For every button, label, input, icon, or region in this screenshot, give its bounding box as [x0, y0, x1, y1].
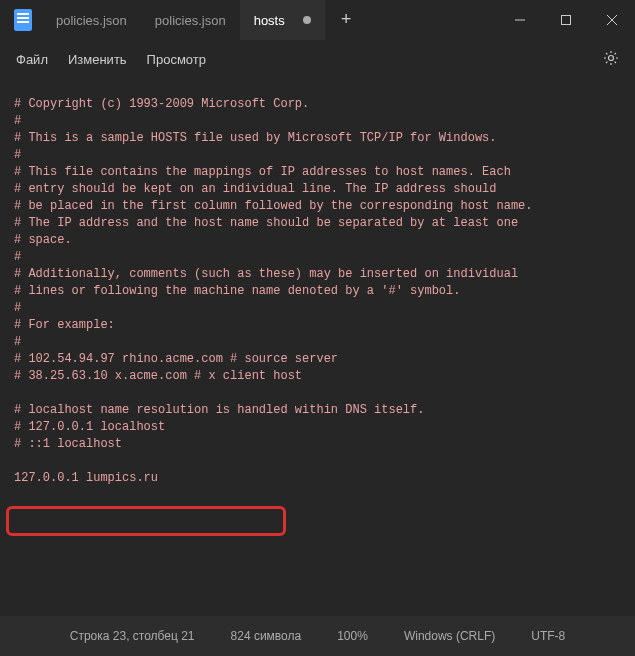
tab-label: hosts: [254, 13, 285, 28]
menu-file[interactable]: Файл: [16, 52, 48, 67]
editor-line: # 127.0.0.1 localhost: [14, 419, 621, 436]
menu-bar: Файл Изменить Просмотр: [0, 40, 635, 78]
close-icon: [607, 15, 617, 25]
minimize-icon: [515, 15, 525, 25]
title-bar: policies.json policies.json hosts +: [0, 0, 635, 40]
window-controls: [497, 0, 635, 40]
editor-line: # Additionally, comments (such as these)…: [14, 266, 621, 283]
modified-indicator-icon: [303, 16, 311, 24]
editor-line: # space.: [14, 232, 621, 249]
status-cursor-pos[interactable]: Строка 23, столбец 21: [66, 629, 199, 643]
app-notepad-icon: [14, 9, 32, 31]
editor-line: # The IP address and the host name shoul…: [14, 215, 621, 232]
editor-line: 127.0.0.1 lumpics.ru: [14, 470, 621, 487]
editor-line: # entry should be kept on an individual …: [14, 181, 621, 198]
editor-line: # 102.54.94.97 rhino.acme.com # source s…: [14, 351, 621, 368]
editor-line: # 38.25.63.10 x.acme.com # x client host: [14, 368, 621, 385]
editor-line: # For example:: [14, 317, 621, 334]
status-bar: Строка 23, столбец 21 824 символа 100% W…: [0, 616, 635, 656]
tab-strip: policies.json policies.json hosts +: [42, 0, 497, 40]
editor-line: [14, 453, 621, 470]
svg-point-4: [609, 55, 614, 60]
editor-line: # localhost name resolution is handled w…: [14, 402, 621, 419]
settings-button[interactable]: [603, 50, 619, 69]
tab-policies-json-2[interactable]: policies.json: [141, 0, 240, 40]
new-tab-button[interactable]: +: [325, 0, 368, 40]
editor-area[interactable]: # Copyright (c) 1993-2009 Microsoft Corp…: [0, 78, 635, 616]
editor-line: # This file contains the mappings of IP …: [14, 164, 621, 181]
editor-line: #: [14, 249, 621, 266]
gear-icon: [603, 50, 619, 66]
status-zoom[interactable]: 100%: [333, 629, 372, 643]
annotation-highlight: [6, 506, 286, 536]
tab-hosts[interactable]: hosts: [240, 0, 325, 40]
svg-rect-1: [562, 16, 571, 25]
editor-line: #: [14, 334, 621, 351]
close-button[interactable]: [589, 0, 635, 40]
menu-view[interactable]: Просмотр: [147, 52, 206, 67]
status-encoding[interactable]: UTF-8: [527, 629, 569, 643]
editor-line: # lines or following the machine name de…: [14, 283, 621, 300]
editor-line: # This is a sample HOSTS file used by Mi…: [14, 130, 621, 147]
editor-line: # Copyright (c) 1993-2009 Microsoft Corp…: [14, 96, 621, 113]
maximize-icon: [561, 15, 571, 25]
editor-line: # be placed in the first column followed…: [14, 198, 621, 215]
editor-line: #: [14, 147, 621, 164]
editor-line: [14, 385, 621, 402]
editor-line: # ::1 localhost: [14, 436, 621, 453]
menu-edit[interactable]: Изменить: [68, 52, 127, 67]
maximize-button[interactable]: [543, 0, 589, 40]
editor-line: #: [14, 300, 621, 317]
status-eol[interactable]: Windows (CRLF): [400, 629, 499, 643]
minimize-button[interactable]: [497, 0, 543, 40]
status-char-count[interactable]: 824 символа: [227, 629, 306, 643]
tab-policies-json-1[interactable]: policies.json: [42, 0, 141, 40]
editor-line: #: [14, 113, 621, 130]
